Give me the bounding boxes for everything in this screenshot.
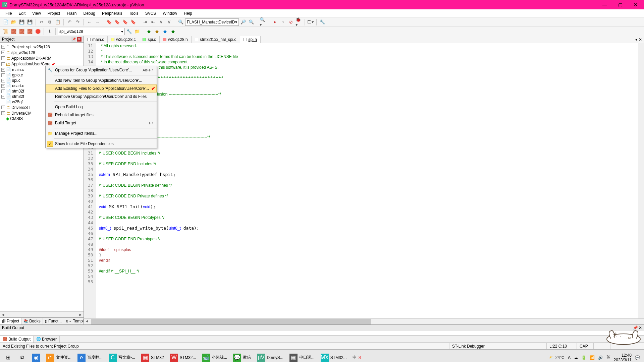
comment-icon[interactable]: // — [157, 18, 165, 26]
taskbar-app[interactable]: 💬微信 — [230, 351, 254, 362]
onedrive-icon[interactable]: ☁ — [574, 355, 578, 360]
options-icon[interactable]: 🔧 — [125, 28, 133, 35]
rte-icon[interactable]: ◆ — [169, 28, 177, 35]
battery-icon[interactable]: 🔋 — [581, 355, 586, 360]
ctx-rebuild[interactable]: 🧱Rebuild all target files — [46, 111, 157, 119]
tab-dropdown-icon[interactable]: ▾ — [635, 37, 637, 42]
target-combo[interactable]: spi_w25q128▾ — [58, 28, 125, 35]
tree-group-usercore[interactable]: Application/User/Core — [11, 62, 51, 66]
panel-close-icon[interactable]: ✕ — [639, 325, 642, 330]
minimize-button[interactable]: — — [597, 0, 612, 9]
code-editor[interactable]: 11 12 13 14 15 16 17 18 19 20 21 22 23 2… — [84, 43, 644, 318]
build-icon[interactable]: 🧱 — [10, 28, 17, 35]
tree-root[interactable]: Project: spi_w25q128 — [11, 45, 50, 49]
tree-group[interactable]: Drivers/CM — [11, 111, 32, 116]
indent-icon[interactable]: ⇥ — [141, 18, 149, 26]
ctx-open-log[interactable]: Open Build Log — [46, 103, 157, 111]
tab-build-output[interactable]: 🧱 Build Output — [0, 336, 34, 343]
taskbar-app[interactable]: µVD:\myS... — [254, 351, 286, 362]
weather-icon[interactable]: ⛅ 24°C — [549, 355, 564, 360]
ctx-show-include[interactable]: ✓Show Include File Dependencies — [46, 140, 157, 148]
manage-rte-icon[interactable]: ◆ — [145, 28, 153, 35]
redo-icon[interactable]: ↷ — [74, 18, 81, 26]
tree-file[interactable]: w25q1 — [12, 100, 24, 104]
menu-view[interactable]: View — [29, 10, 44, 17]
breakpoint-list-icon[interactable]: 🐞▾ — [295, 18, 303, 26]
taskbar-app[interactable]: e百度翻... — [75, 351, 105, 362]
paste-icon[interactable]: 📋 — [54, 18, 61, 26]
find-icon[interactable]: 🔍 — [177, 18, 184, 26]
manage-icon[interactable]: 📁 — [133, 28, 141, 35]
breakpoint-kill-icon[interactable]: ⊘ — [287, 18, 294, 26]
wifi-icon[interactable]: 📶 — [590, 355, 595, 360]
ctx-build[interactable]: 🧱Build TargetF7 — [46, 119, 157, 127]
tree-group[interactable]: CMSIS — [10, 116, 23, 121]
editor-hscroll[interactable]: ◄ — [84, 318, 644, 324]
taskbar-app[interactable]: 🗀文件资... — [44, 351, 74, 362]
undo-icon[interactable]: ↶ — [66, 18, 73, 26]
tab-browser[interactable]: 🌐 Browser — [34, 336, 60, 343]
menu-window[interactable]: Window — [159, 10, 180, 17]
bookmark-icon[interactable]: 🔖 — [105, 18, 113, 26]
ctx-manage[interactable]: 📁Manage Project Items... — [46, 129, 157, 137]
ctx-options[interactable]: 🔧Options for Group 'Application/User/Cor… — [46, 66, 157, 74]
config-icon[interactable]: 🔧 — [319, 18, 326, 26]
menu-tools[interactable]: Tools — [126, 10, 142, 17]
tree-file[interactable]: stm32f — [12, 89, 24, 94]
rebuild-icon[interactable]: 🧱 — [18, 28, 25, 35]
volume-icon[interactable]: 🔊 — [598, 355, 603, 360]
menu-flash[interactable]: Flash — [63, 10, 80, 17]
close-button[interactable]: ✕ — [628, 0, 643, 9]
build-output-body[interactable] — [0, 331, 644, 336]
window-icon[interactable]: 🗔▾ — [307, 18, 314, 26]
find-files-icon[interactable]: 🔎 — [239, 18, 247, 26]
menu-debug[interactable]: Debug — [80, 10, 99, 17]
editor-tab[interactable]: main.c — [84, 36, 108, 43]
breakpoint-disable-icon[interactable]: ○ — [279, 18, 286, 26]
save-icon[interactable]: 💾 — [18, 18, 25, 26]
maximize-button[interactable]: ▢ — [612, 0, 628, 9]
start-button[interactable]: ⊞ — [1, 351, 15, 362]
ctx-add-existing[interactable]: Add Existing Files to Group 'Application… — [46, 84, 157, 93]
download-icon[interactable]: ⬇ — [46, 28, 53, 35]
pin-icon[interactable]: 📌 — [633, 325, 638, 330]
saveall-icon[interactable]: 💾 — [26, 18, 34, 26]
ime-indicator[interactable]: 中 S — [350, 351, 364, 362]
tree-file[interactable]: usart.c — [12, 83, 24, 88]
taskbar-app[interactable]: WSTM32... — [167, 351, 199, 362]
incr-search-icon[interactable]: 🔍 — [248, 18, 255, 26]
tree-group[interactable]: Application/MDK-ARM — [11, 56, 51, 61]
nav-fwd-icon[interactable]: → — [94, 18, 101, 26]
panel-tab-project[interactable]: 🗐 Project — [0, 318, 21, 324]
open-icon[interactable]: 📂 — [10, 18, 17, 26]
bookmark-next-icon[interactable]: 🔖 — [121, 18, 129, 26]
panel-tab-books[interactable]: 📚 Books — [21, 318, 43, 324]
ctx-add-new[interactable]: Add New Item to Group 'Application/User/… — [46, 76, 157, 84]
copy-icon[interactable]: ⧉ — [46, 18, 53, 26]
bookmark-prev-icon[interactable]: 🔖 — [113, 18, 121, 26]
debug-icon[interactable]: 🔍▾ — [259, 18, 267, 26]
taskbar-clock[interactable]: 12:402023/3/11 — [614, 353, 632, 362]
editor-tab[interactable]: w25q128.h — [160, 36, 192, 43]
menu-svcs[interactable]: SVCS — [142, 10, 160, 17]
taskbar-app[interactable]: ▦串口调... — [287, 351, 317, 362]
batch-build-icon[interactable]: 🧱 — [26, 28, 34, 35]
ctx-remove[interactable]: Remove Group 'Application/User/Core' and… — [46, 93, 157, 101]
menu-file[interactable]: File — [2, 10, 15, 17]
tree-file[interactable]: gpio.c — [12, 73, 23, 77]
editor-tab[interactable]: stm32f1xx_hal_spi.c — [192, 36, 240, 43]
new-icon[interactable]: 📄 — [2, 18, 9, 26]
books-icon[interactable]: ◆ — [161, 28, 169, 35]
translate-icon[interactable]: 📜 — [2, 28, 9, 35]
taskbar-app[interactable]: ◉ — [30, 351, 43, 362]
editor-tab[interactable]: spi.c — [139, 36, 160, 43]
menu-edit[interactable]: Edit — [15, 10, 29, 17]
editor-vscroll[interactable] — [638, 43, 644, 318]
panel-tab-functions[interactable]: {} Funct... — [43, 318, 64, 324]
tree-file[interactable]: spi.c — [12, 78, 20, 83]
editor-tab[interactable]: w25q128.c — [108, 36, 139, 43]
cut-icon[interactable]: ✂ — [38, 18, 45, 26]
editor-tab-active[interactable]: spi.h — [240, 36, 261, 43]
uncomment-icon[interactable]: // — [165, 18, 173, 26]
menu-peripherals[interactable]: Peripherals — [99, 10, 126, 17]
